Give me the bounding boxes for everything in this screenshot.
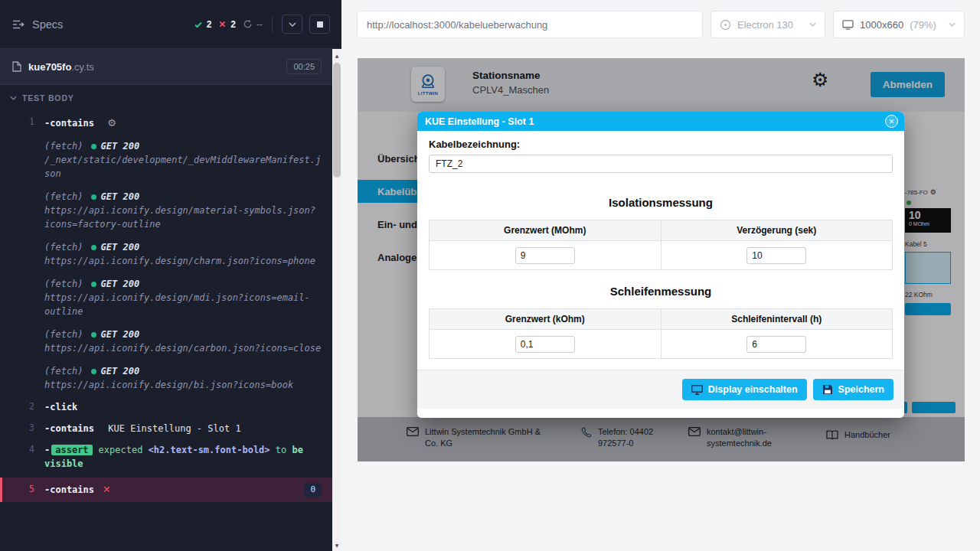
pending-count: -- — [256, 19, 263, 30]
fetch-status: GET 200 — [101, 366, 140, 377]
fetch-badge: (fetch) — [44, 279, 83, 289]
spec-name: kue705fo.cy.ts — [28, 61, 94, 73]
loop-table: Grenzwert (kOhm) Schleifenintervall (h) — [429, 308, 893, 359]
fetch-badge: (fetch) — [44, 329, 83, 340]
fetch-badge: (fetch) — [44, 191, 83, 202]
save-button[interactable]: Speichern — [813, 379, 893, 400]
command-number: 4 — [0, 443, 44, 456]
spec-extension: .cy.ts — [71, 61, 93, 73]
stop-icon — [317, 21, 323, 28]
stop-run-button[interactable] — [309, 15, 330, 34]
cypress-reporter: Specs 2 2 -- — [0, 0, 341, 551]
fetch-url: https://api.iconify.design/mdi.json?icon… — [44, 291, 322, 318]
assert-message: expected — [99, 445, 143, 455]
fetch-log-row[interactable]: (fetch)GET 200 /_next/static/development… — [0, 135, 332, 185]
passed-stat: 2 — [194, 19, 212, 30]
fetch-url: https://api.iconify.design/bi.json?icons… — [44, 378, 322, 392]
status-dot-icon — [91, 144, 96, 149]
cable-name-label: Kabelbezeichnung: — [429, 139, 893, 150]
failed-count: 2 — [230, 19, 236, 30]
command-row-contains-failed[interactable]: 5 -contains ✕ 0 — [0, 478, 332, 503]
fetch-log-row[interactable]: (fetch)GET 200 https://api.iconify.desig… — [0, 272, 332, 323]
specs-list-icon — [12, 19, 24, 30]
loop-limit-input[interactable] — [515, 336, 575, 353]
spec-file-icon — [12, 61, 21, 72]
assert-selector: <h2.text-sm.font-bold> — [149, 445, 270, 455]
x-icon — [218, 20, 227, 28]
fetch-status: GET 200 — [101, 242, 140, 253]
scroll-up-arrow[interactable]: ▲ — [332, 51, 341, 60]
command-log: 1 -contains ⚙ (fetch)GET 200 /_next/stat… — [0, 110, 332, 502]
display-icon — [691, 385, 703, 395]
close-icon[interactable]: ✕ — [885, 115, 898, 128]
browser-name: Electron 130 — [737, 19, 793, 31]
modal-title-bar: KUE Einstellung - Slot 1 ✕ — [417, 112, 904, 131]
iso-limit-input[interactable] — [515, 247, 575, 264]
command-name: -contains — [44, 483, 94, 497]
stage-topbar: Electron 130 1000x660 (79%) — [341, 0, 980, 49]
fetch-log-row[interactable]: (fetch)GET 200 https://api.iconify.desig… — [0, 185, 332, 236]
loop-interval-input[interactable] — [746, 336, 806, 353]
iso-delay-input[interactable] — [746, 247, 806, 264]
fetch-url: https://api.iconify.design/charm.json?ic… — [44, 254, 322, 268]
scroll-down-arrow[interactable]: ▼ — [332, 540, 341, 549]
section-label: TEST BODY — [22, 93, 74, 103]
command-row-contains-1[interactable]: 1 -contains ⚙ — [0, 112, 332, 135]
refresh-icon — [243, 19, 253, 29]
status-dot-icon — [91, 332, 96, 337]
url-bar[interactable] — [357, 11, 703, 38]
command-argument: KUE Einstellung - Slot 1 — [108, 423, 240, 434]
scrollbar-thumb[interactable] — [333, 63, 341, 178]
column-header: Schleifenintervall (h) — [661, 309, 893, 330]
fetch-log-row[interactable]: (fetch)GET 200 https://api.iconify.desig… — [0, 360, 332, 396]
assert-badge: assert — [51, 445, 92, 455]
isolation-heading: Isolationsmessung — [429, 196, 893, 209]
viewport-size: 1000x660 — [860, 19, 903, 31]
assert-message: to — [276, 445, 286, 455]
isolation-table: Grenzwert (MOhm) Verzögerung (sek) — [429, 220, 893, 270]
chevron-down-icon — [809, 22, 816, 27]
command-row-contains-2[interactable]: 3 -contains KUE Einstellung - Slot 1 — [0, 418, 332, 439]
display-on-label: Display einschalten — [708, 384, 798, 395]
fetch-status: GET 200 — [101, 141, 140, 152]
chevron-down-icon — [289, 22, 296, 27]
fetch-log-row[interactable]: (fetch)GET 200 https://api.iconify.desig… — [0, 323, 332, 360]
command-number: 1 — [0, 116, 44, 129]
collapse-all-button[interactable] — [282, 15, 302, 34]
column-header: Grenzwert (MOhm) — [430, 220, 662, 241]
chevron-down-icon — [949, 22, 956, 27]
command-name: -contains — [44, 423, 94, 434]
spec-basename: kue705fo — [28, 61, 71, 73]
command-dash: - — [44, 445, 50, 455]
spec-duration-badge: 00:25 — [286, 59, 322, 74]
specs-label: Specs — [32, 18, 63, 31]
modal-title: KUE Einstellung - Slot 1 — [425, 116, 534, 127]
fetch-status: GET 200 — [101, 279, 140, 289]
cable-name-input[interactable] — [429, 155, 893, 173]
viewport-select[interactable]: 1000x660 (79%) — [833, 11, 965, 38]
command-row-click[interactable]: 2 -click — [0, 396, 332, 418]
fetch-status: GET 200 — [101, 191, 140, 202]
browser-select[interactable]: Electron 130 — [710, 11, 825, 38]
pending-stat: -- — [243, 19, 263, 30]
fetch-status: GET 200 — [101, 329, 140, 340]
command-row-assert[interactable]: 4 -assertexpected <h2.text-sm.font-bold>… — [0, 439, 332, 474]
fetch-log-row[interactable]: (fetch)GET 200 https://api.iconify.desig… — [0, 236, 332, 272]
test-body-section[interactable]: TEST BODY — [0, 85, 332, 110]
fetch-url: https://api.iconify.design/material-symb… — [44, 204, 322, 231]
check-icon — [194, 20, 203, 29]
display-on-button[interactable]: Display einschalten — [682, 379, 807, 400]
gear-icon: ⚙ — [107, 117, 116, 129]
reporter-scrollbar[interactable]: ▲ ▼ — [332, 49, 341, 551]
fail-x-icon: ✕ — [103, 483, 110, 497]
command-name: -contains — [44, 118, 94, 129]
specs-nav[interactable]: Specs — [12, 18, 63, 31]
url-input[interactable] — [367, 19, 693, 31]
fetch-badge: (fetch) — [44, 242, 83, 253]
spec-file-row[interactable]: kue705fo.cy.ts 00:25 — [0, 49, 332, 85]
app-under-test: LITTWIN Stationsname CPLV4_Maschen ⚙ Abm… — [358, 58, 965, 461]
electron-icon — [720, 19, 731, 31]
status-dot-icon — [91, 194, 96, 200]
fetch-url: https://api.iconify.design/carbon.json?i… — [44, 341, 322, 355]
fetch-badge: (fetch) — [44, 366, 83, 377]
